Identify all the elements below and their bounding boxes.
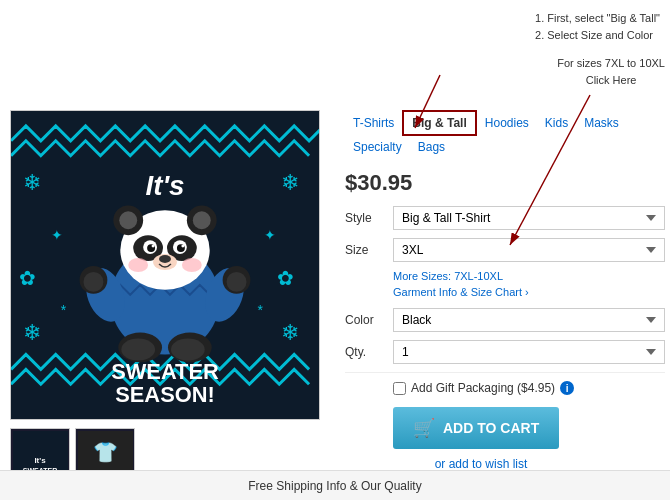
tab-kids[interactable]: Kids: [537, 112, 576, 134]
svg-text:❄: ❄: [281, 320, 299, 345]
svg-text:✦: ✦: [264, 227, 276, 243]
svg-text:*: *: [257, 302, 263, 318]
annotation-sizes-line2: Click Here: [557, 72, 665, 89]
nav-tabs: T-Shirts Big & Tall Hoodies Kids Masks S…: [345, 110, 665, 158]
product-details: T-Shirts Big & Tall Hoodies Kids Masks S…: [345, 110, 665, 471]
bottom-bar-text: Free Shipping Info & Our Quality: [248, 479, 421, 493]
cart-area: 🛒 ADD TO CART: [393, 407, 665, 449]
annotation-step1: 1. First, select "Big & Tall": [535, 10, 660, 27]
style-label: Style: [345, 211, 385, 225]
svg-point-29: [181, 245, 184, 248]
size-chart-link[interactable]: Garment Info & Size Chart ›: [393, 286, 665, 298]
add-to-cart-button[interactable]: 🛒 ADD TO CART: [393, 407, 559, 449]
gift-packaging-label: Add Gift Packaging ($4.95): [411, 381, 555, 395]
svg-point-39: [227, 272, 247, 292]
more-sizes-link[interactable]: More Sizes: 7XL-10XL: [393, 270, 665, 282]
svg-text:✿: ✿: [19, 267, 36, 289]
svg-point-43: [171, 339, 205, 361]
svg-text:👕: 👕: [92, 440, 117, 464]
svg-point-28: [152, 245, 155, 248]
gift-packaging-checkbox[interactable]: [393, 382, 406, 395]
svg-text:✿: ✿: [277, 267, 294, 289]
svg-text:✦: ✦: [51, 227, 63, 243]
qty-row: Qty. 1 2 3 4 5: [345, 340, 665, 364]
style-row: Style Big & Tall T-Shirt Big & Tall Hood…: [345, 206, 665, 230]
size-label: Size: [345, 243, 385, 257]
product-illustration: ❄ ✿ ❄ ❄ ✿ ❄ ✦ ✦ * * It's: [11, 110, 319, 420]
gift-packaging-row: Add Gift Packaging ($4.95) i: [393, 381, 665, 395]
divider: [345, 372, 665, 373]
svg-text:*: *: [61, 302, 67, 318]
annotation-sizes: For sizes 7XL to 10XL Click Here: [557, 55, 665, 88]
svg-text:SWEATER: SWEATER: [111, 359, 219, 384]
product-price: $30.95: [345, 170, 665, 196]
add-to-cart-label: ADD TO CART: [443, 420, 539, 436]
color-row: Color Black White Navy Red: [345, 308, 665, 332]
wishlist-link[interactable]: or add to wish list: [297, 457, 665, 471]
gift-info-icon[interactable]: i: [560, 381, 574, 395]
tab-big-tall[interactable]: Big & Tall: [402, 110, 476, 136]
svg-point-21: [193, 211, 211, 229]
qty-label: Qty.: [345, 345, 385, 359]
svg-text:It's: It's: [34, 456, 46, 465]
svg-point-31: [159, 255, 171, 263]
annotation-steps: 1. First, select "Big & Tall" 2. Select …: [535, 10, 660, 43]
main-product-image: ❄ ✿ ❄ ❄ ✿ ❄ ✦ ✦ * * It's: [10, 110, 320, 420]
bottom-bar: Free Shipping Info & Our Quality: [0, 470, 670, 500]
svg-point-42: [121, 339, 155, 361]
style-select[interactable]: Big & Tall T-Shirt Big & Tall Hoodie: [393, 206, 665, 230]
tab-masks[interactable]: Masks: [576, 112, 627, 134]
svg-text:❄: ❄: [23, 170, 41, 195]
cart-icon: 🛒: [413, 417, 435, 439]
svg-text:It's: It's: [145, 170, 184, 201]
size-row: Size 2XL 3XL 4XL 5XL 6XL: [345, 238, 665, 262]
tab-specialty[interactable]: Specialty: [345, 136, 410, 158]
svg-point-36: [84, 272, 104, 292]
annotation-step2: 2. Select Size and Color: [535, 27, 660, 44]
tab-bags[interactable]: Bags: [410, 136, 453, 158]
svg-point-32: [128, 258, 148, 272]
svg-text:❄: ❄: [23, 320, 41, 345]
svg-text:SEASON!: SEASON!: [115, 382, 215, 407]
annotation-sizes-line1: For sizes 7XL to 10XL: [557, 55, 665, 72]
svg-point-33: [182, 258, 202, 272]
size-select[interactable]: 2XL 3XL 4XL 5XL 6XL: [393, 238, 665, 262]
color-select[interactable]: Black White Navy Red: [393, 308, 665, 332]
tab-hoodies[interactable]: Hoodies: [477, 112, 537, 134]
tab-tshirts[interactable]: T-Shirts: [345, 112, 402, 134]
qty-select[interactable]: 1 2 3 4 5: [393, 340, 665, 364]
color-label: Color: [345, 313, 385, 327]
svg-text:❄: ❄: [281, 170, 299, 195]
product-image-area: ❄ ✿ ❄ ❄ ✿ ❄ ✦ ✦ * * It's: [10, 110, 340, 488]
svg-point-19: [119, 211, 137, 229]
